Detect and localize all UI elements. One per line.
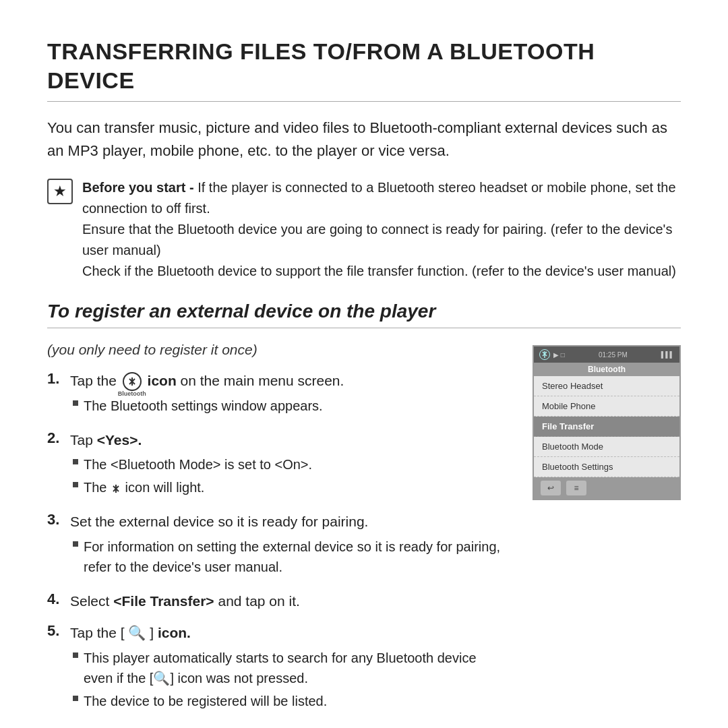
main-title: TRANSFERRING FILES TO/FROM A BLUETOOTH D… <box>47 37 681 94</box>
step-1-bullets: The Bluetooth settings window appears. <box>70 396 344 416</box>
step-2-bullet-2-text: The icon will light. <box>84 477 204 497</box>
step-5-bullet-2-text: The device to be registered will be list… <box>84 691 327 711</box>
menu-item-stereo-headset[interactable]: Stereo Headset <box>534 376 679 396</box>
step-1-content: Tap the Bluetooth icon on the main menu … <box>70 370 344 419</box>
bluetooth-circle-icon: Bluetooth <box>123 372 142 391</box>
screen-header: ▶ □ 01:25 PM ▌▌▌ <box>534 346 679 363</box>
star-icon: ★ <box>47 179 73 204</box>
content-area: (you only need to register it once) 1. T… <box>47 342 681 725</box>
note-text2: Ensure that the Bluetooth device you are… <box>82 222 672 257</box>
menu-item-file-transfer[interactable]: File Transfer <box>534 417 679 437</box>
step-2-bold: <Yes>. <box>97 432 142 448</box>
step-5-content: Tap the [ 🔍 ] icon. This player automati… <box>70 622 506 714</box>
instructions: (you only need to register it once) 1. T… <box>47 342 506 725</box>
screen-bt-icon <box>539 349 550 360</box>
page-container: TRANSFERRING FILES TO/FROM A BLUETOOTH D… <box>0 0 728 728</box>
section-title: To register an external device on the pl… <box>47 301 681 322</box>
screen-footer: ↩ ≡ <box>534 477 679 499</box>
section-divider <box>47 328 681 328</box>
screen-header-left: ▶ □ <box>539 349 565 360</box>
title-divider <box>47 101 681 102</box>
steps-list: 1. Tap the Bluetooth icon on the main me… <box>47 370 506 714</box>
menu-item-mobile-phone[interactable]: Mobile Phone <box>534 396 679 417</box>
bt-label: Bluetooth <box>118 390 146 399</box>
step-1-bullet-1: The Bluetooth settings window appears. <box>73 396 344 416</box>
menu-button[interactable]: ≡ <box>566 481 586 495</box>
step-1-num: 1. <box>47 370 63 388</box>
note-text: Before you start - If the player is conn… <box>82 177 681 282</box>
step-5-bullets: This player automatically starts to sear… <box>70 648 506 711</box>
screen-battery: ▌▌▌ <box>661 351 674 358</box>
step-4: 4. Select <File Transfer> and tap on it. <box>47 590 506 612</box>
back-button[interactable]: ↩ <box>541 481 561 495</box>
step-1-bold: icon <box>148 373 177 388</box>
step-2-bullet-1-text: The <Bluetooth Mode> is set to <On>. <box>84 454 312 475</box>
step-5-bullet-2: The device to be registered will be list… <box>73 691 506 711</box>
bullet-icon <box>73 541 78 547</box>
step-4-num: 4. <box>47 590 63 608</box>
screen-time: 01:25 PM <box>599 351 628 359</box>
step-3-bullets: For information on setting the external … <box>70 537 506 577</box>
step-5-bullet-1: This player automatically starts to sear… <box>73 648 506 688</box>
screen-title-bar: Bluetooth <box>534 363 679 376</box>
menu-item-bluetooth-mode[interactable]: Bluetooth Mode <box>534 437 679 457</box>
step-2-bullet-2: The icon will light. <box>73 477 312 497</box>
note-bold: Before you start - <box>82 180 194 195</box>
step-4-content: Select <File Transfer> and tap on it. <box>70 590 300 612</box>
step-3: 3. Set the external device so it is read… <box>47 511 506 580</box>
step-3-bullet-1-text: For information on setting the external … <box>84 537 506 577</box>
step-2-num: 2. <box>47 429 63 447</box>
note-box: ★ Before you start - If the player is co… <box>47 177 681 282</box>
step-4-bold: <File Transfer> <box>113 593 214 609</box>
step-5-num: 5. <box>47 622 63 640</box>
menu-item-bluetooth-settings[interactable]: Bluetooth Settings <box>534 457 679 477</box>
bullet-icon <box>73 459 78 464</box>
bullet-icon <box>73 696 78 701</box>
intro-text: You can transfer music, picture and vide… <box>47 117 681 162</box>
step-3-bullet-1: For information on setting the external … <box>73 537 506 577</box>
step-3-num: 3. <box>47 511 63 528</box>
step-5: 5. Tap the [ 🔍 ] icon. This player autom… <box>47 622 506 714</box>
bullet-icon <box>73 400 78 406</box>
bullet-icon <box>73 653 78 658</box>
step-2-bullets: The <Bluetooth Mode> is set to <On>. The <box>70 454 312 497</box>
step-5-bold: icon. <box>158 625 191 640</box>
step-5-bullet-1-text: This player automatically starts to sear… <box>84 648 506 688</box>
device-screen: ▶ □ 01:25 PM ▌▌▌ Bluetooth Stereo Headse… <box>533 345 681 500</box>
bullet-icon <box>73 482 78 487</box>
note-text3: Check if the Bluetooth device to support… <box>82 264 676 278</box>
step-1: 1. Tap the Bluetooth icon on the main me… <box>47 370 506 419</box>
screen-play-icon: ▶ □ <box>553 351 565 359</box>
subtitle: (you only need to register it once) <box>47 342 506 358</box>
step-2: 2. Tap <Yes>. The <Bluetooth Mode> is se… <box>47 429 506 501</box>
step-3-content: Set the external device so it is ready f… <box>70 511 506 580</box>
step-2-content: Tap <Yes>. The <Bluetooth Mode> is set t… <box>70 429 312 501</box>
step-2-bullet-1: The <Bluetooth Mode> is set to <On>. <box>73 454 312 475</box>
